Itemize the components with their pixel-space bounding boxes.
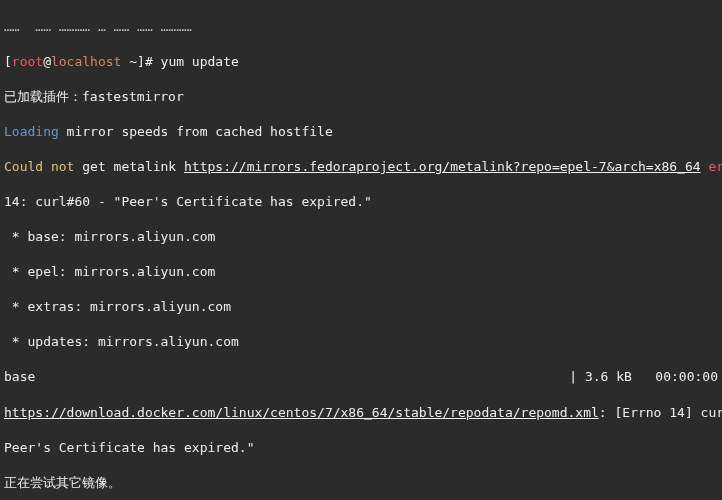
base-row: base| 3.6 kB 00:00:00	[4, 368, 718, 386]
error-word: error	[708, 159, 722, 174]
metalink-mid: get metalink	[74, 159, 184, 174]
bracket-open: [	[4, 54, 12, 69]
repo-epel: * epel: mirrors.aliyun.com	[4, 263, 718, 281]
cutoff-line: …… …… ………… … …… …… …………	[4, 18, 718, 36]
base-row-right: | 3.6 kB 00:00:00	[569, 368, 718, 386]
docker-url: https://download.docker.com/linux/centos…	[4, 405, 599, 420]
trying-mirrors: 正在尝试其它镜像。	[4, 474, 718, 492]
prompt-rest: ~]#	[121, 54, 160, 69]
could-not: Could not	[4, 159, 74, 174]
loading-rest: mirror speeds from cached hostfile	[59, 124, 333, 139]
prompt-host: localhost	[51, 54, 121, 69]
loading-line: Loading mirror speeds from cached hostfi…	[4, 123, 718, 141]
metalink-line: Could not get metalink https://mirrors.f…	[4, 158, 718, 176]
peer-expired: Peer's Certificate has expired."	[4, 439, 718, 457]
loading-word: Loading	[4, 124, 59, 139]
base-row-left: base	[4, 368, 35, 386]
curl-line: 14: curl#60 - "Peer's Certificate has ex…	[4, 193, 718, 211]
plugin-line: 已加载插件：fastestmirror	[4, 88, 718, 106]
metalink-url: https://mirrors.fedoraproject.org/metali…	[184, 159, 701, 174]
prompt-user: root	[12, 54, 43, 69]
docker-rest: : [Errno 14] curl#60	[599, 405, 722, 420]
repo-base: * base: mirrors.aliyun.com	[4, 228, 718, 246]
command: yum update	[161, 54, 239, 69]
prompt-at: @	[43, 54, 51, 69]
docker-line: https://download.docker.com/linux/centos…	[4, 404, 718, 422]
repo-updates: * updates: mirrors.aliyun.com	[4, 333, 718, 351]
repo-extras: * extras: mirrors.aliyun.com	[4, 298, 718, 316]
terminal[interactable]: …… …… ………… … …… …… ………… [root@localhost …	[0, 0, 722, 500]
prompt-line: [root@localhost ~]# yum update	[4, 53, 718, 71]
